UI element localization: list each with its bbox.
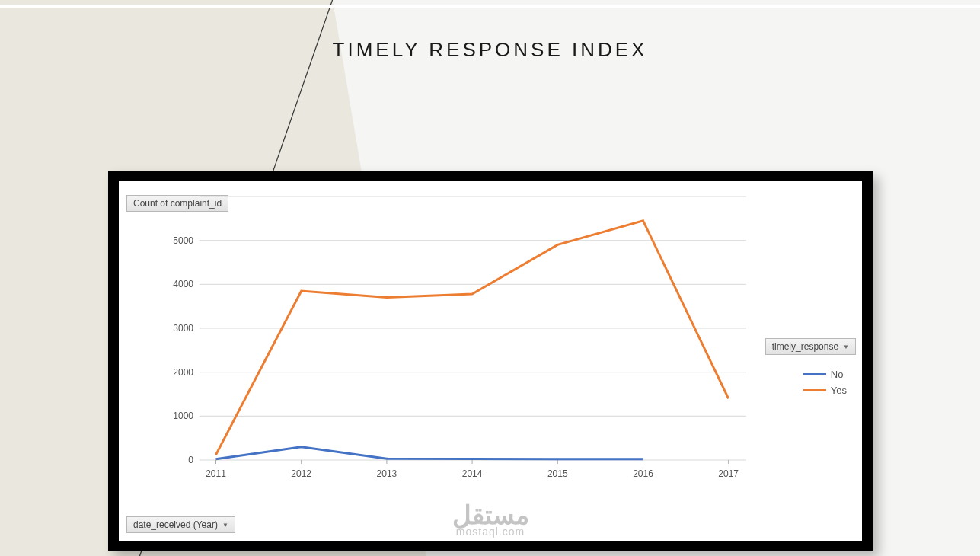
svg-text:2017: 2017 [718, 468, 739, 479]
chart-frame: Count of complaint_id 010002000300040005… [108, 171, 873, 551]
field-pill-date[interactable]: date_received (Year) ▼ [126, 516, 235, 533]
chevron-down-icon: ▼ [843, 344, 849, 350]
legend-item-no: No [803, 369, 847, 380]
watermark: مستقل mostaql.com [452, 505, 529, 538]
svg-text:4000: 4000 [173, 279, 193, 289]
legend-label-no: No [831, 369, 844, 380]
svg-text:2012: 2012 [291, 468, 311, 479]
watermark-arabic: مستقل [452, 505, 529, 526]
legend-swatch-no [803, 373, 826, 375]
legend: No Yes [803, 364, 847, 401]
watermark-latin: mostaql.com [452, 526, 529, 538]
field-pill-legend[interactable]: timely_response ▼ [765, 338, 856, 355]
svg-text:2011: 2011 [206, 468, 226, 479]
legend-label-yes: Yes [831, 385, 847, 396]
page-title: TIMELY RESPONSE INDEX [0, 38, 980, 62]
chart-inner: Count of complaint_id 010002000300040005… [119, 181, 862, 541]
svg-text:2013: 2013 [377, 468, 397, 479]
svg-text:2000: 2000 [173, 367, 193, 378]
svg-text:2016: 2016 [633, 468, 653, 479]
line-chart: 0100020003000400050002011201220132014201… [161, 189, 754, 486]
svg-text:3000: 3000 [173, 323, 193, 334]
top-white-bar [0, 5, 980, 8]
chevron-down-icon: ▼ [222, 522, 228, 529]
svg-text:5000: 5000 [173, 235, 193, 246]
svg-text:2014: 2014 [462, 468, 483, 479]
legend-item-yes: Yes [803, 385, 847, 396]
field-pill-date-label: date_received (Year) [133, 519, 218, 530]
svg-text:1000: 1000 [173, 411, 193, 421]
svg-text:2015: 2015 [547, 468, 568, 479]
field-pill-legend-label: timely_response [772, 341, 838, 352]
svg-text:0: 0 [188, 455, 193, 465]
legend-swatch-yes [803, 389, 826, 391]
